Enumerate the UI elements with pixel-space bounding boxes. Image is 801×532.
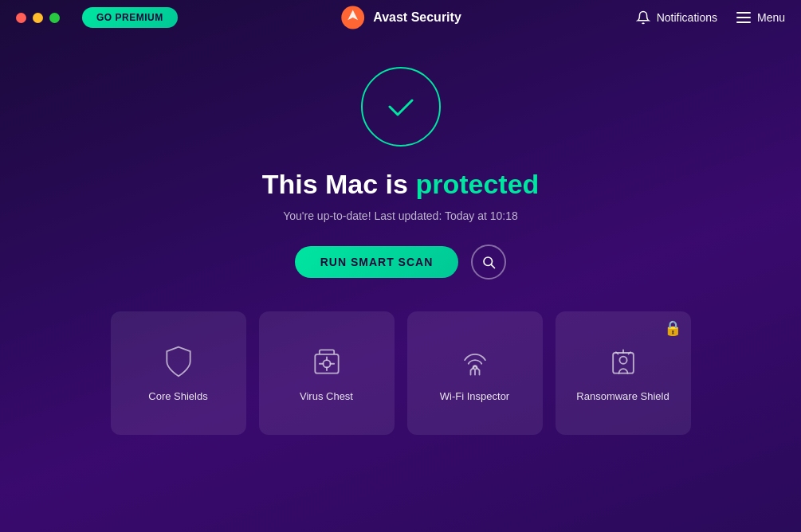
ransomware-shield-card[interactable]: 🔒 Ransomware Shield: [556, 311, 691, 435]
maximize-button[interactable]: [49, 13, 60, 23]
core-shields-label: Core Shields: [148, 390, 207, 402]
status-highlight: protected: [415, 169, 539, 199]
ransomware-shield-label: Ransomware Shield: [576, 390, 669, 402]
virus-chest-label: Virus Chest: [300, 390, 353, 402]
ransomware-shield-icon: [606, 344, 641, 379]
hamburger-icon: [736, 12, 751, 23]
wifi-inspector-icon: [457, 344, 493, 379]
app-title: Avast Security: [373, 10, 461, 25]
core-shields-card[interactable]: Core Shields: [111, 311, 246, 435]
protection-status-icon: [361, 67, 441, 147]
titlebar-left: GO PREMIUM: [16, 7, 178, 28]
status-subtitle: You're up-to-date! Last updated: Today a…: [283, 209, 518, 222]
actions-row: RUN SMART SCAN: [295, 244, 507, 280]
search-icon: [481, 255, 496, 269]
svg-point-11: [619, 357, 626, 364]
titlebar-center: Avast Security: [340, 5, 461, 30]
feature-cards: Core Shields Virus Chest: [63, 311, 739, 435]
status-heading: This Mac is protected: [262, 169, 540, 200]
virus-chest-icon: [309, 344, 344, 379]
search-button[interactable]: [471, 244, 506, 280]
titlebar: GO PREMIUM Avast Security Notifications …: [0, 0, 801, 35]
virus-chest-card[interactable]: Virus Chest: [259, 311, 395, 435]
wifi-inspector-card[interactable]: Wi-Fi Inspector: [407, 311, 543, 435]
checkmark-icon: [383, 89, 418, 124]
wifi-inspector-label: Wi-Fi Inspector: [440, 390, 509, 402]
status-prefix: This Mac is: [262, 169, 416, 199]
avast-logo-icon: [340, 5, 365, 30]
main-content: This Mac is protected You're up-to-date!…: [0, 35, 801, 435]
run-smart-scan-button[interactable]: RUN SMART SCAN: [295, 246, 459, 278]
menu-button[interactable]: Menu: [736, 11, 785, 24]
titlebar-right: Notifications Menu: [636, 10, 785, 25]
traffic-lights: [16, 13, 60, 23]
svg-line-2: [492, 264, 495, 268]
premium-lock-icon: 🔒: [664, 319, 681, 337]
go-premium-button[interactable]: GO PREMIUM: [82, 7, 178, 28]
bell-icon: [636, 10, 650, 25]
svg-point-4: [323, 360, 330, 367]
notifications-label: Notifications: [657, 11, 717, 24]
close-button[interactable]: [16, 13, 26, 23]
minimize-button[interactable]: [33, 13, 43, 23]
menu-label: Menu: [757, 11, 785, 24]
shield-icon: [161, 344, 196, 379]
notifications-button[interactable]: Notifications: [636, 10, 717, 25]
